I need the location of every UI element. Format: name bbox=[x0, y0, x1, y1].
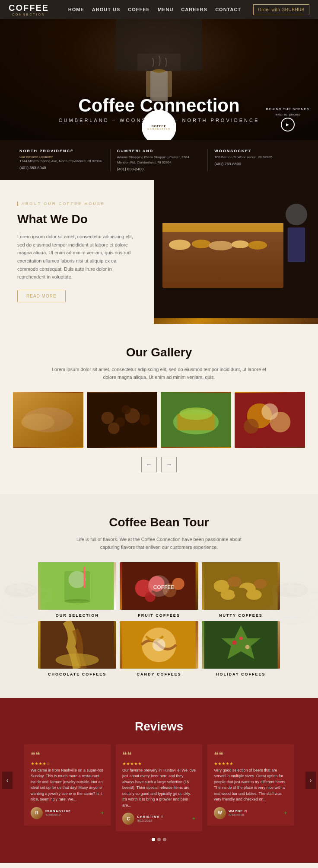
tour-item-3: NUTTY COFFEES bbox=[202, 562, 280, 618]
read-more-button[interactable]: READ MORE bbox=[17, 290, 66, 302]
review-card-1: ❝❝ ★★★★☆ We came in from Nashville on a … bbox=[24, 744, 111, 826]
tour-image-6[interactable] bbox=[202, 621, 280, 669]
svg-text:COFFEE: COFFEE bbox=[153, 584, 175, 590]
svg-point-21 bbox=[102, 412, 114, 424]
tour-item-6: HOLIDAY COFFEES bbox=[202, 621, 280, 676]
svg-point-26 bbox=[122, 405, 131, 414]
review-stars-2: ★★★★★ bbox=[122, 761, 196, 766]
svg-point-55 bbox=[234, 588, 248, 597]
gallery-prev-button[interactable]: ← bbox=[141, 457, 157, 472]
location-north-providence: NORTH PROVIDENCE Our Newest Location! 17… bbox=[13, 149, 111, 171]
about-section: ABOUT OUR COFFEE HOUSE What We Do Lorem … bbox=[0, 180, 318, 324]
hero-logo-circle: COFFEE CONNECTION bbox=[142, 110, 176, 140]
svg-point-35 bbox=[244, 419, 259, 434]
review-stars-1: ★★★★☆ bbox=[31, 761, 104, 766]
nav-logo[interactable]: COFFEE CONNECTION bbox=[9, 3, 49, 16]
review-date-1: 7/26/2017 bbox=[45, 813, 70, 817]
gallery-section: Our Gallery Lorem ipsum dolor sit amet, … bbox=[0, 324, 318, 494]
hero-circle-text: COFFEE bbox=[147, 125, 171, 128]
location-cumberland: CUMBERLAND Adams Shopping Plaza Shopping… bbox=[111, 149, 208, 171]
bakery-illustration bbox=[154, 180, 318, 318]
review-card-2: ❝❝ ★★★★★ Our favorite brewery in Huntsvi… bbox=[116, 744, 202, 832]
dot-1[interactable] bbox=[152, 838, 155, 841]
review-avatar-1: R bbox=[31, 807, 43, 819]
svg-rect-15 bbox=[162, 223, 283, 288]
tour-image-3[interactable] bbox=[202, 562, 280, 610]
svg-point-64 bbox=[232, 641, 236, 645]
tour-title: Coffee Bean Tour bbox=[13, 516, 305, 529]
reviews-next-button[interactable]: › bbox=[305, 772, 316, 789]
dot-3[interactable] bbox=[163, 838, 166, 841]
review-avatar-3: W bbox=[214, 807, 226, 819]
reviews-title: Reviews bbox=[9, 720, 309, 733]
svg-point-65 bbox=[245, 645, 249, 649]
about-title: What We Do bbox=[17, 212, 137, 226]
tour-item-2: COFFEE FRUIT COFFEES bbox=[120, 562, 198, 618]
review-text-1: We came in from Nashville on a super-hot… bbox=[31, 768, 104, 803]
review-name-2: CHRISTINA T bbox=[137, 815, 163, 819]
gallery-next-button[interactable]: → bbox=[161, 457, 177, 472]
svg-point-54 bbox=[220, 589, 235, 600]
nav-coffee[interactable]: COFFEE bbox=[128, 7, 150, 12]
svg-point-30 bbox=[179, 408, 213, 420]
navbar: COFFEE CONNECTION HOME ABOUT US COFFEE M… bbox=[0, 0, 318, 19]
tour-label-4: CHOCOLATE COFFEES bbox=[38, 672, 116, 676]
tour-subtitle: Life is full of flavors. We at the Coffe… bbox=[73, 536, 245, 551]
tour-image-4[interactable] bbox=[38, 621, 116, 669]
reviews-prev-button[interactable]: ‹ bbox=[2, 772, 13, 789]
location-woonsocket: WOONSOCKET 100 Bernon St Woonsocket, RI … bbox=[208, 149, 305, 171]
reviews-dots bbox=[9, 838, 309, 841]
locations-bar: NORTH PROVIDENCE Our Newest Location! 17… bbox=[0, 140, 318, 180]
footer: COFFEE CONNECTION Follow us on: t f ✉ ▶ … bbox=[0, 863, 318, 868]
reviews-container: ❝❝ ★★★★☆ We came in from Nashville on a … bbox=[9, 744, 309, 832]
svg-point-51 bbox=[227, 577, 241, 587]
svg-point-13 bbox=[286, 204, 307, 225]
play-button[interactable]: ▶ bbox=[281, 118, 295, 131]
tour-label-2: FRUIT COFFEES bbox=[120, 613, 198, 618]
review-text-2: Our favorite brewery in Huntsville! We l… bbox=[122, 768, 196, 809]
review-text-3: Very good selection of beers that are se… bbox=[214, 768, 287, 803]
coffee-machine-illustration bbox=[73, 19, 245, 106]
nav-careers[interactable]: CAREERS bbox=[181, 7, 207, 12]
tour-label-1: OUR SELECTION bbox=[38, 613, 116, 618]
svg-point-24 bbox=[140, 415, 150, 426]
tour-section: ☕ ☕ Coffee Bean Tour Life is full of fla… bbox=[0, 494, 318, 698]
nav-home[interactable]: HOME bbox=[68, 7, 84, 12]
gallery-item-1[interactable] bbox=[13, 392, 83, 448]
nav-logo-text: COFFEE bbox=[9, 3, 49, 13]
gallery-title: Our Gallery bbox=[13, 346, 305, 359]
tour-label-3: NUTTY COFFEES bbox=[202, 613, 280, 618]
nav-contact[interactable]: CONTACT bbox=[215, 7, 241, 12]
nav-logo-sub: CONNECTION bbox=[9, 13, 49, 16]
about-label: ABOUT OUR COFFEE HOUSE bbox=[17, 202, 137, 206]
svg-point-58 bbox=[56, 653, 99, 666]
tour-grid: OUR SELECTION COFFEE FRUIT COFFEES bbox=[38, 562, 280, 676]
nav-menu[interactable]: MENU bbox=[158, 7, 173, 12]
reviews-section: Reviews ‹ › ❝❝ ★★★★☆ We came in from Nas… bbox=[0, 698, 318, 863]
about-body: Lorem ipsum dolor sit amet, consectetur … bbox=[17, 233, 137, 281]
tour-image-2[interactable]: COFFEE bbox=[120, 562, 198, 610]
gallery-item-2[interactable] bbox=[87, 392, 157, 448]
gallery-item-3[interactable] bbox=[161, 392, 231, 448]
gallery-item-4[interactable] bbox=[235, 392, 305, 448]
nav-about[interactable]: ABOUT US bbox=[92, 7, 120, 12]
order-button[interactable]: Order with GRUBHUB bbox=[253, 4, 309, 15]
tour-image-5[interactable] bbox=[120, 621, 198, 669]
svg-point-38 bbox=[64, 599, 90, 603]
review-card-3: ❝❝ ★★★★★ Very good selection of beers th… bbox=[207, 744, 294, 826]
svg-point-25 bbox=[108, 423, 120, 434]
review-date-3: 8/24/2018 bbox=[229, 813, 248, 817]
svg-rect-14 bbox=[288, 227, 305, 262]
review-date-2: 9/13/2018 bbox=[137, 819, 163, 823]
tripadvisor-logo-1: ✈ bbox=[101, 811, 104, 815]
dot-2[interactable] bbox=[157, 838, 161, 841]
review-stars-3: ★★★★★ bbox=[214, 761, 287, 766]
review-avatar-2: C bbox=[122, 813, 134, 825]
svg-point-61 bbox=[153, 638, 165, 651]
hero-section: Coffee Connection CUMBERLAND – WOONSOCKE… bbox=[0, 19, 318, 140]
svg-point-34 bbox=[261, 404, 278, 420]
svg-rect-40 bbox=[84, 567, 86, 588]
behind-scenes-btn[interactable]: BEHIND THE SCENES watch our process ▶ bbox=[266, 107, 309, 131]
tour-image-1[interactable] bbox=[38, 562, 116, 610]
review-name-1: RUINAS1202 bbox=[45, 809, 70, 813]
